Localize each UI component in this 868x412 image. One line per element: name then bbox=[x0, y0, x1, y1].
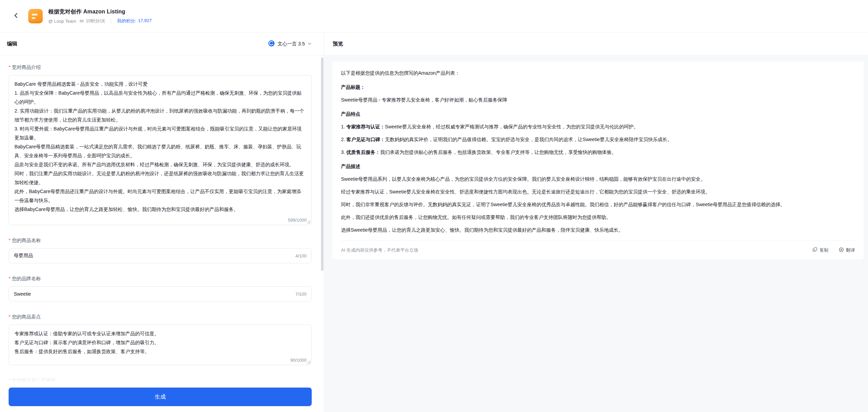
points-value: 17,927 bbox=[138, 18, 152, 24]
translate-icon bbox=[839, 247, 844, 253]
competitor-intro-textarea[interactable]: BabyCare 母婴用品精选套装 - 品质安全，功能实用，设计可爱 1. 品质… bbox=[14, 80, 306, 216]
field-label-product-name: * 您的商品名称 bbox=[9, 237, 312, 244]
cost-label: 10积分/次 bbox=[86, 18, 105, 24]
app-doc-icon bbox=[28, 9, 43, 23]
required-asterisk: * bbox=[9, 378, 10, 383]
preview-card: 以下是根据您提供的信息为您撰写的Amazon产品列表：产品标题：Sweetie母… bbox=[332, 62, 864, 259]
ernie-bot-icon bbox=[268, 40, 275, 48]
product-name-box: 4/100 bbox=[9, 248, 312, 263]
preview-heading: 产品描述 bbox=[341, 162, 855, 170]
back-button[interactable] bbox=[10, 10, 22, 22]
char-counter: 599/1000 bbox=[288, 218, 307, 223]
top-header: 根据竞对创作 Amazon Listing @ Loop Team 10积分/次… bbox=[0, 0, 868, 33]
required-asterisk: * bbox=[9, 276, 10, 281]
preview-paragraph: 2. 客户见证与口碑：无数妈妈的真实评价，证明我们的产品值得信赖。宝宝的舒适与安… bbox=[341, 136, 855, 143]
brand-name-box: 7/100 bbox=[9, 286, 312, 302]
resize-handle[interactable] bbox=[307, 220, 310, 224]
char-counter: 90/1000 bbox=[290, 358, 307, 363]
toolbar-row: 编辑 文心一言 3.5 预览 bbox=[0, 33, 868, 55]
team-label: @ Loop Team bbox=[48, 19, 76, 24]
product-name-input[interactable] bbox=[14, 253, 292, 258]
selling-points-textarea[interactable]: 专家推荐或认证：借助专家的认可或专业认证来增加产品的可信度。 客户见证与口碑：展… bbox=[14, 329, 306, 357]
preview-paragraph: 此外，我们还提供优质的售后服务，让您购物无忧。如有任何疑问或需要帮助，我们的专业… bbox=[341, 213, 855, 221]
preview-pane: 以下是根据您提供的信息为您撰写的Amazon产品列表：产品标题：Sweetie母… bbox=[324, 55, 868, 412]
copy-icon bbox=[813, 247, 817, 253]
competitor-intro-box: BabyCare 母婴用品精选套装 - 品质安全，功能实用，设计可爱 1. 品质… bbox=[9, 75, 312, 225]
preview-card-footer: AI 生成内容仅供参考，不代表平台立场 复制 翻译 bbox=[341, 241, 855, 259]
selling-points-box: 专家推荐或认证：借助专家的认可或专业认证来增加产品的可信度。 客户见证与口碑：展… bbox=[9, 325, 312, 365]
char-counter: 4/100 bbox=[295, 253, 307, 258]
field-label-brand-name: * 您的品牌名称 bbox=[9, 276, 312, 282]
points-crown-icon bbox=[79, 18, 84, 24]
generate-button[interactable]: 生成 bbox=[9, 388, 312, 406]
page-title: 根据竞对创作 Amazon Listing bbox=[48, 8, 152, 15]
required-asterisk: * bbox=[9, 314, 10, 319]
field-label-competitor-intro: * 竞对商品介绍 bbox=[9, 64, 312, 71]
copy-button[interactable]: 复制 bbox=[813, 247, 828, 253]
meta-divider: │ bbox=[108, 19, 114, 24]
chevron-down-icon bbox=[308, 41, 312, 47]
edit-pane-scrollbar[interactable] bbox=[321, 57, 323, 271]
preview-heading: 产品特点 bbox=[341, 110, 855, 118]
preview-content: 以下是根据您提供的信息为您撰写的Amazon产品列表：产品标题：Sweetie母… bbox=[341, 69, 855, 234]
app-window: 根据竞对创作 Amazon Listing @ Loop Team 10积分/次… bbox=[0, 0, 868, 412]
tab-preview: 预览 bbox=[333, 41, 343, 47]
char-counter: 7/100 bbox=[295, 292, 307, 297]
preview-paragraph: Sweetie母婴用品系列，以婴儿安全座椅为核心产品，为您的宝贝提供全方位的安全… bbox=[341, 175, 855, 183]
preview-paragraph: 选择Sweetie母婴用品，让您的育儿之路更加安心、愉快。我们期待为您和宝贝提供… bbox=[341, 226, 855, 234]
edit-pane: * 竞对商品介绍 BabyCare 母婴用品精选套装 - 品质安全，功能实用，设… bbox=[0, 55, 324, 412]
preview-paragraph: 以下是根据您提供的信息为您撰写的Amazon产品列表： bbox=[341, 69, 855, 77]
preview-paragraph: 同时，我们非常重视客户的反馈与评价。无数妈妈的真实见证，证明了Sweetie婴儿… bbox=[341, 201, 855, 208]
required-asterisk: * bbox=[9, 237, 10, 243]
preview-paragraph: Sweetie母婴用品 - 专家推荐婴儿安全座椅，客户好评如潮，贴心售后服务保障 bbox=[341, 96, 855, 104]
preview-heading: 产品标题： bbox=[341, 83, 855, 91]
required-asterisk: * bbox=[9, 64, 10, 70]
model-name: 文心一言 3.5 bbox=[278, 41, 305, 47]
ai-disclaimer: AI 生成内容仅供参考，不代表平台立场 bbox=[341, 247, 418, 253]
back-icon bbox=[13, 12, 19, 20]
tab-edit: 编辑 bbox=[7, 41, 17, 47]
points-label: 我的积分: bbox=[117, 18, 136, 24]
translate-button[interactable]: 翻译 bbox=[839, 247, 855, 253]
preview-paragraph: 1. 专家推荐与认证：Sweetie婴儿安全座椅，经过权威专家严格测试与推荐，确… bbox=[341, 123, 855, 130]
edit-toolbar: 编辑 文心一言 3.5 bbox=[0, 33, 324, 55]
field-label-selling-points: * 您的商品卖点 bbox=[9, 314, 312, 320]
resize-handle[interactable] bbox=[307, 360, 310, 364]
model-selector-dropdown[interactable]: 文心一言 3.5 bbox=[268, 40, 312, 48]
brand-name-input[interactable] bbox=[14, 291, 292, 297]
preview-paragraph: 经过专家推荐与认证，Sweetie婴儿安全座椅在安全性、舒适度和便捷性方面均表现… bbox=[341, 188, 855, 196]
preview-paragraph: 3. 优质售后服务：我们承诺为您提供贴心的售后服务，包括退换货政策、专业客户支持… bbox=[341, 148, 855, 156]
generate-bar: 生成 bbox=[0, 383, 324, 412]
preview-toolbar: 预览 bbox=[324, 33, 868, 55]
